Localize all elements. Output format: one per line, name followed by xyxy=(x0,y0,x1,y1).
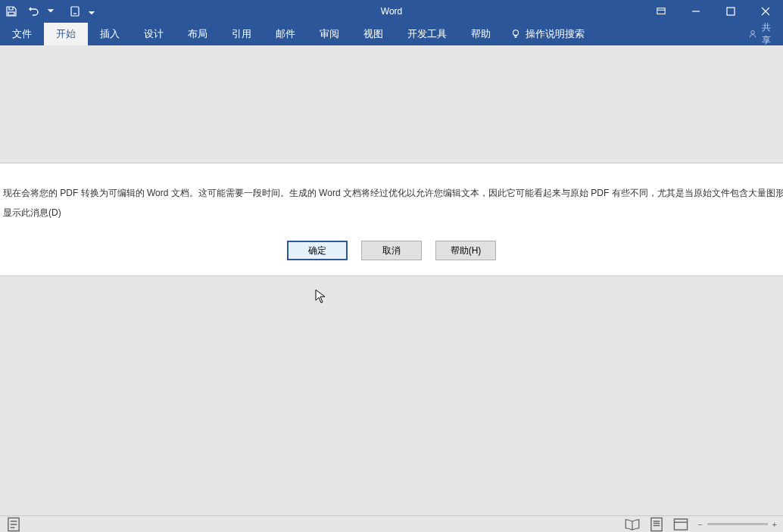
svg-rect-7 xyxy=(651,518,662,530)
ok-button[interactable]: 确定 xyxy=(287,241,348,260)
status-bar: − + xyxy=(0,515,783,532)
tab-insert[interactable]: 插入 xyxy=(88,23,132,45)
zoom-slider[interactable] xyxy=(707,523,768,525)
tab-view[interactable]: 视图 xyxy=(351,23,395,45)
web-layout-button[interactable] xyxy=(673,518,688,530)
zoom-in-button[interactable]: + xyxy=(772,520,777,529)
share-label: 共享 xyxy=(762,21,771,47)
quick-access-toolbar xyxy=(0,0,97,23)
tab-home[interactable]: 开始 xyxy=(44,23,88,45)
dialog-message: 现在会将您的 PDF 转换为可编辑的 Word 文档。这可能需要一段时间。生成的… xyxy=(0,186,783,201)
cancel-button[interactable]: 取消 xyxy=(361,241,422,260)
read-mode-button[interactable] xyxy=(625,518,640,530)
title-bar: Word xyxy=(0,0,783,23)
zoom-out-button[interactable]: − xyxy=(697,520,702,529)
touch-mode-button[interactable] xyxy=(64,0,86,23)
share-button[interactable]: 共享 xyxy=(736,23,783,45)
maximize-button[interactable] xyxy=(713,0,748,23)
dialog-button-row: 确定 取消 帮助(H) xyxy=(0,241,783,260)
ribbon-tabs: 文件 开始 插入 设计 布局 引用 邮件 审阅 视图 开发工具 帮助 操作说明搜… xyxy=(0,23,783,45)
ribbon-display-options-button[interactable] xyxy=(644,0,678,23)
svg-point-4 xyxy=(513,30,519,36)
lightbulb-icon xyxy=(510,29,521,39)
tab-layout[interactable]: 布局 xyxy=(176,23,220,45)
document-area: 现在会将您的 PDF 转换为可编辑的 Word 文档。这可能需要一段时间。生成的… xyxy=(0,45,783,515)
tell-me-label: 操作说明搜索 xyxy=(526,27,585,41)
help-button[interactable]: 帮助(H) xyxy=(435,241,496,260)
tab-help[interactable]: 帮助 xyxy=(459,23,503,45)
svg-rect-0 xyxy=(8,12,14,15)
pdf-convert-dialog: 现在会将您的 PDF 转换为可编辑的 Word 文档。这可能需要一段时间。生成的… xyxy=(0,163,783,276)
svg-point-5 xyxy=(751,31,755,35)
tab-review[interactable]: 审阅 xyxy=(307,23,351,45)
window-controls xyxy=(644,0,783,23)
dialog-checkbox-label[interactable]: 显示此消息(D) xyxy=(0,201,783,219)
svg-rect-1 xyxy=(71,7,79,16)
mouse-cursor-icon xyxy=(315,289,327,307)
tell-me-search[interactable]: 操作说明搜索 xyxy=(503,23,592,45)
undo-dropdown[interactable] xyxy=(45,0,56,23)
person-icon xyxy=(748,30,757,39)
status-page-icon[interactable] xyxy=(6,518,21,530)
tab-mailings[interactable]: 邮件 xyxy=(264,23,307,45)
zoom-control: − + xyxy=(697,520,777,529)
svg-rect-8 xyxy=(675,518,688,529)
tab-design[interactable]: 设计 xyxy=(132,23,176,45)
undo-button[interactable] xyxy=(23,0,45,23)
close-button[interactable] xyxy=(748,0,783,23)
svg-rect-3 xyxy=(727,8,735,15)
svg-rect-2 xyxy=(657,8,665,14)
qat-customize-dropdown[interactable] xyxy=(86,0,97,23)
print-layout-button[interactable] xyxy=(649,518,664,530)
save-button[interactable] xyxy=(0,0,23,23)
minimize-button[interactable] xyxy=(678,0,713,23)
tab-developer[interactable]: 开发工具 xyxy=(395,23,459,45)
tab-file[interactable]: 文件 xyxy=(0,23,44,45)
tab-references[interactable]: 引用 xyxy=(220,23,264,45)
